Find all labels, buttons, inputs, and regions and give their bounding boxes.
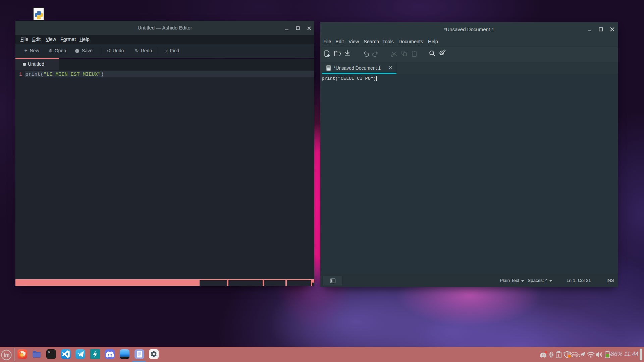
svg-text:intel: intel <box>572 353 578 356</box>
svg-text:!: ! <box>558 353 559 358</box>
